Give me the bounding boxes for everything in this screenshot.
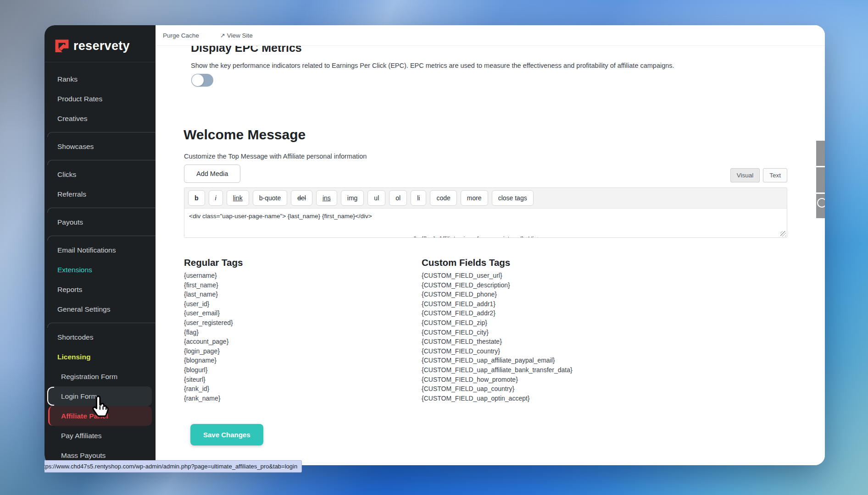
editor-button-img[interactable]: img [341, 190, 364, 206]
sidebar-separator [47, 204, 156, 212]
sidebar-item-extensions[interactable]: Extensions [48, 260, 152, 280]
editor-button-b[interactable]: b [188, 190, 205, 206]
view-site-link[interactable]: ↗ View Site [220, 32, 253, 39]
save-changes-button[interactable]: Save Changes [190, 424, 263, 446]
welcome-message-editor: bilinkb-quotedelinsimgulollicodemoreclos… [184, 187, 787, 238]
epc-metrics-toggle[interactable] [191, 74, 213, 87]
editor-button-del[interactable]: del [291, 190, 312, 206]
sidebar-item-affiliate-panel[interactable]: Affiliate Panel [48, 406, 152, 426]
edge-panel-block[interactable] [816, 141, 825, 166]
tag-item: {last_name} [184, 290, 233, 299]
edge-panel-block[interactable] [816, 194, 825, 218]
tag-item: {first_name} [184, 280, 233, 290]
editor-mode-tabs: VisualText [730, 168, 787, 182]
tag-item: {login_page} [184, 346, 233, 356]
tag-item: {CUSTOM_FIELD_addr2} [422, 308, 573, 318]
admin-topbar: Purge Cache ↗ View Site [156, 25, 825, 46]
clock-icon [817, 198, 825, 208]
editor-tab-visual[interactable]: Visual [730, 168, 760, 182]
add-media-button[interactable]: Add Media [184, 165, 240, 183]
sidebar-item-creatives[interactable]: Creatives [48, 109, 152, 128]
tag-item: {CUSTOM_FIELD_how_promote} [422, 375, 573, 385]
purge-cache-link[interactable]: Purge Cache [163, 32, 199, 39]
editor-tab-text[interactable]: Text [763, 168, 787, 182]
status-url-text: https://www.chd47s5.rentyshop.com/wp-adm… [45, 463, 297, 470]
tag-item: {CUSTOM_FIELD_description} [422, 280, 573, 290]
sidebar-item-general-settings[interactable]: General Settings [48, 299, 152, 319]
sidebar-item-pay-affiliates[interactable]: Pay Affiliates [48, 426, 152, 446]
tag-item: {CUSTOM_FIELD_city} [422, 328, 573, 337]
tag-item: {username} [184, 271, 233, 280]
sidebar-divider [45, 62, 156, 62]
sidebar-item-ranks[interactable]: Ranks [48, 69, 152, 89]
custom-tags-heading: Custom Fields Tags [422, 257, 510, 268]
tag-item: {user_registered} [184, 318, 233, 328]
epc-metrics-description: Show the key performance indicators rela… [191, 62, 674, 69]
tag-item: {CUSTOM_FIELD_user_url} [422, 271, 573, 280]
sidebar-separator [47, 156, 156, 165]
tag-item: {rank_id} [184, 384, 233, 394]
sidebar-item-reports[interactable]: Reports [48, 280, 152, 299]
welcome-message-heading: Welcome Message [184, 127, 306, 143]
editor-button-ol[interactable]: ol [389, 190, 407, 206]
tag-item: {rank_name} [184, 394, 233, 403]
sidebar-item-payouts[interactable]: Payouts [48, 212, 152, 232]
editor-button-i[interactable]: i [209, 190, 223, 206]
editor-button-more[interactable]: more [461, 190, 488, 206]
reservety-logo-icon [54, 38, 69, 54]
sidebar: reservety RanksProduct RatesCreativesSho… [45, 25, 156, 465]
sidebar-item-shortcodes[interactable]: Shortcodes [48, 327, 152, 347]
tag-item: {CUSTOM_FIELD_country} [422, 346, 573, 356]
sidebar-item-referrals[interactable]: Referrals [48, 184, 152, 204]
textarea-resize-handle[interactable] [780, 231, 786, 236]
browser-app-window: reservety RanksProduct RatesCreativesSho… [45, 25, 825, 465]
tag-item: {CUSTOM_FIELD_uap_optin_accept} [422, 394, 573, 403]
editor-button-b-quote[interactable]: b-quote [253, 190, 287, 206]
view-site-label: View Site [227, 32, 253, 39]
toggle-knob [192, 74, 204, 86]
tag-item: {blogurl} [184, 365, 233, 375]
desktop: reservety RanksProduct RatesCreativesSho… [0, 0, 868, 495]
brand-logo[interactable]: reservety [54, 34, 130, 57]
sidebar-item-licensing[interactable]: Licensing [48, 347, 152, 367]
sidebar-item-showcases[interactable]: Showcases [48, 137, 152, 156]
tag-item: {flag} [184, 328, 233, 337]
tag-item: {CUSTOM_FIELD_uap_affiliate_bank_transfe… [422, 365, 573, 375]
sidebar-item-login-form[interactable]: Login Form [48, 386, 152, 406]
tag-item: {CUSTOM_FIELD_phone} [422, 290, 573, 299]
external-link-icon: ↗ [220, 32, 225, 39]
editor-button-close-tags[interactable]: close tags [492, 190, 534, 206]
edge-panel-block[interactable] [816, 167, 825, 192]
tag-item: {CUSTOM_FIELD_zip} [422, 318, 573, 328]
link-status-bar: https://www.chd47s5.rentyshop.com/wp-adm… [45, 460, 302, 473]
quicktags-toolbar: bilinkb-quotedelinsimgulollicodemoreclos… [184, 188, 787, 208]
tag-item: {CUSTOM_FIELD_uap_affiliate_paypal_email… [422, 356, 573, 365]
tag-item: {account_page} [184, 337, 233, 346]
sidebar-nav: RanksProduct RatesCreativesShowcasesClic… [45, 69, 156, 465]
editor-button-ul[interactable]: ul [367, 190, 385, 206]
brand-name: reservety [73, 39, 130, 53]
sidebar-item-product-rates[interactable]: Product Rates [48, 89, 152, 109]
sidebar-item-registration-form[interactable]: Registration Form [48, 367, 152, 386]
tag-item: {CUSTOM_FIELD_uap_country} [422, 384, 573, 394]
editor-textarea[interactable]: <div class="uap-user-page-name"> {last_n… [184, 208, 787, 237]
settings-content: Display EPC Metrics Show the key perform… [156, 45, 825, 465]
sidebar-separator [47, 128, 156, 137]
editor-button-li[interactable]: li [411, 190, 426, 206]
epc-metrics-heading: Display EPC Metrics [191, 45, 302, 55]
editor-button-code[interactable]: code [430, 190, 456, 206]
editor-button-ins[interactable]: ins [316, 190, 337, 206]
tag-item: {CUSTOM_FIELD_addr1} [422, 299, 573, 309]
tag-item: {user_id} [184, 299, 233, 309]
sidebar-item-clicks[interactable]: Clicks [48, 165, 152, 184]
regular-tags-heading: Regular Tags [184, 257, 243, 268]
tag-item: {CUSTOM_FIELD_thestate} [422, 337, 573, 346]
editor-content-line2-clipped: "> {flag} Affiliate since {user_register… [414, 235, 541, 237]
sidebar-item-email-notifications[interactable]: Email Notifications [48, 240, 152, 260]
custom-tags-list: {CUSTOM_FIELD_user_url}{CUSTOM_FIELD_des… [422, 271, 573, 403]
tag-item: {user_email} [184, 308, 233, 318]
sidebar-separator [47, 319, 156, 327]
tag-item: {blogname} [184, 356, 233, 365]
editor-button-link[interactable]: link [227, 190, 249, 206]
tag-item: {siteurl} [184, 375, 233, 385]
